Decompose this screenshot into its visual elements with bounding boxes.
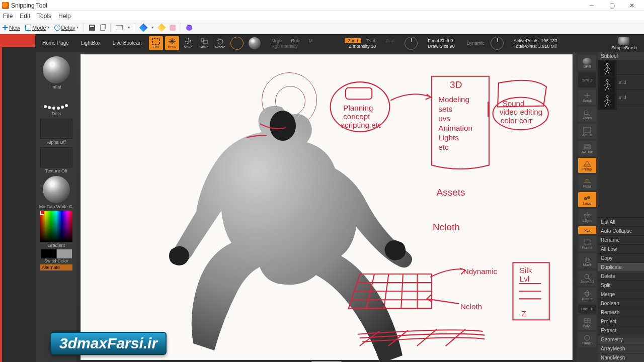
focal-dial-icon[interactable] <box>405 37 418 50</box>
zsub-toggle[interactable]: Zsub <box>362 38 380 43</box>
save-icon[interactable] <box>89 25 95 31</box>
geometry-section[interactable]: Geometry <box>598 335 644 344</box>
pen-icon[interactable] <box>139 23 147 32</box>
frame-button[interactable]: Frame <box>578 236 596 251</box>
frame-icon <box>583 239 592 246</box>
extract-button[interactable]: Extract <box>598 326 644 335</box>
arraymesh-section[interactable]: ArrayMesh <box>598 344 644 353</box>
zoom3d-icon <box>583 273 592 280</box>
live-boolean-button[interactable]: Live Boolean <box>107 34 148 52</box>
aahalf-button[interactable]: AAHalf <box>578 141 596 156</box>
gizmo-round-icon[interactable] <box>230 37 244 50</box>
xyz-button[interactable]: Xyz <box>578 226 596 234</box>
texture-slot[interactable]: Texture Off <box>38 145 74 173</box>
focal-shift-label: Focal Shift 0 <box>424 38 459 43</box>
material-slot[interactable]: MatCap White C. <box>38 174 74 209</box>
rgb-intensity-label: Rgb Intensity <box>268 44 317 49</box>
mode-dropdown[interactable]: Mode ▾ <box>25 25 49 31</box>
maximize-button[interactable]: ▢ <box>602 0 622 11</box>
delete-button[interactable]: Delete <box>598 272 644 281</box>
subtool-thumb[interactable] <box>600 94 615 109</box>
polyf-button[interactable]: PolyF <box>578 315 596 330</box>
transp-button[interactable]: Transp <box>578 332 596 347</box>
svg-text:3D: 3D <box>450 79 462 90</box>
color-drop-icon[interactable] <box>186 25 192 31</box>
stroke-slot[interactable]: Dots <box>38 90 74 116</box>
svg-line-67 <box>605 102 607 107</box>
menu-help[interactable]: Help <box>58 13 71 20</box>
rgb-toggle[interactable]: Rgb <box>287 38 304 43</box>
move-mode-button[interactable]: Move <box>181 36 195 50</box>
edit-mode-button[interactable]: Edit <box>149 36 163 50</box>
local-icon <box>583 195 592 202</box>
actual-button[interactable]: Actual <box>578 124 596 139</box>
spix-button[interactable]: SPix 3 <box>578 72 596 87</box>
mrgb-toggle[interactable]: Mrgb <box>268 38 286 43</box>
svg-line-44 <box>588 278 591 280</box>
document-canvas[interactable]: Planning concept scripting etc 3D Modeli… <box>80 54 573 360</box>
remesh-button[interactable]: Remesh <box>598 308 644 317</box>
subtool-row[interactable] <box>617 60 644 75</box>
scroll-button[interactable]: Scroll <box>578 89 596 105</box>
floor-button[interactable]: Floor <box>578 175 596 190</box>
subtool-row[interactable]: mid <box>617 90 644 105</box>
persp-button[interactable]: Persp <box>578 158 596 173</box>
all-low-button[interactable]: All Low <box>598 244 644 253</box>
svg-line-56 <box>607 70 609 74</box>
subtool-thumb[interactable] <box>600 61 615 76</box>
draw-mode-button[interactable]: Draw <box>165 36 179 50</box>
minimize-button[interactable]: ─ <box>582 0 602 11</box>
duplicate-button[interactable]: Duplicate <box>598 262 644 272</box>
copy-button[interactable]: Copy <box>598 253 644 262</box>
rotate-mode-button[interactable]: Rotate <box>213 36 227 50</box>
texture-preview-icon <box>40 147 72 167</box>
svg-text:Animation: Animation <box>438 124 472 132</box>
alternate-button[interactable]: Alternate <box>40 264 72 270</box>
m-toggle[interactable]: M <box>305 38 317 43</box>
svg-text:uvs: uvs <box>438 114 450 123</box>
zcut-toggle[interactable]: Zcut <box>382 38 399 43</box>
eraser-icon[interactable] <box>170 25 176 31</box>
auto-collapse-button[interactable]: Auto Collapse <box>598 226 644 235</box>
linefill-button[interactable]: Line Fill <box>578 305 596 313</box>
lsym-button[interactable]: LSym <box>578 209 596 224</box>
color-picker[interactable]: Gradient <box>38 210 74 248</box>
rename-button[interactable]: Rename <box>598 235 644 244</box>
lightbox-button[interactable]: LightBox <box>75 34 107 52</box>
menu-edit[interactable]: Edit <box>20 13 30 20</box>
zoom-button[interactable]: Zoom <box>578 107 596 122</box>
dynamic-toggle[interactable]: Dynamic <box>463 41 489 46</box>
move3d-button[interactable]: Move <box>578 253 596 268</box>
rotate3d-button[interactable]: Rotate <box>578 288 596 303</box>
bpr-button[interactable]: BPR <box>578 55 596 70</box>
zadd-toggle[interactable]: Zadd <box>345 38 361 43</box>
subtool-row[interactable]: mid <box>617 75 644 90</box>
brush-slot[interactable]: Inflat <box>38 54 74 89</box>
highlighter-icon[interactable] <box>157 23 166 32</box>
mail-icon[interactable] <box>116 25 123 30</box>
menu-file[interactable]: File <box>3 13 13 20</box>
copy-icon[interactable] <box>100 25 105 31</box>
new-snip-button[interactable]: New <box>2 25 20 31</box>
nanomesh-section[interactable]: NanoMesh <box>598 353 644 362</box>
subtool-header[interactable]: Subtool <box>598 52 644 60</box>
switch-color[interactable]: SwitchColor <box>38 248 74 263</box>
split-button[interactable]: Split <box>598 281 644 290</box>
home-page-button[interactable]: Home Page <box>36 34 75 52</box>
scale-mode-button[interactable]: Scale <box>197 36 211 50</box>
brush-thumb-icon[interactable] <box>618 37 629 45</box>
merge-button[interactable]: Merge <box>598 290 644 299</box>
local-button[interactable]: Local <box>578 192 596 207</box>
scale-icon <box>200 38 208 45</box>
menu-tools[interactable]: Tools <box>37 13 51 20</box>
subtool-thumb[interactable] <box>600 77 615 93</box>
delay-dropdown[interactable]: Delay ▾ <box>54 25 78 31</box>
material-preview-icon[interactable] <box>249 37 261 49</box>
alpha-slot[interactable]: Alpha Off <box>38 117 74 145</box>
zoom3d-button[interactable]: Zoom3D <box>578 270 596 286</box>
boolean-button[interactable]: Boolean <box>598 299 644 308</box>
close-button[interactable]: ✕ <box>622 0 642 11</box>
list-all-button[interactable]: List All <box>598 217 644 226</box>
project-button[interactable]: Project <box>598 317 644 326</box>
edit-icon <box>152 38 160 45</box>
